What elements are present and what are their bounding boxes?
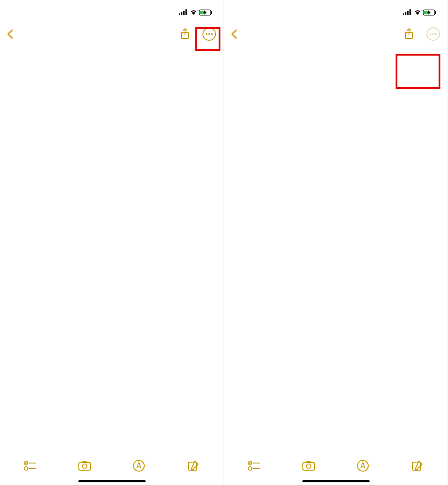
svg-point-29 [435,33,437,35]
svg-rect-19 [403,13,404,15]
svg-rect-2 [183,11,185,15]
screenshot-right [224,0,448,485]
battery-icon [423,9,437,16]
status-icons [179,9,213,16]
share-button[interactable] [401,26,417,42]
back-button[interactable] [230,29,401,39]
checklist-icon [24,460,36,471]
status-bar [224,3,448,22]
checklist-button[interactable] [245,457,263,475]
compose-button[interactable] [185,457,202,475]
signal-icon [179,9,188,16]
nav-bar [0,22,224,46]
share-button[interactable] [177,26,193,42]
svg-rect-1 [181,12,182,15]
compose-icon [412,460,423,472]
wifi-icon [414,9,422,16]
note-content[interactable] [0,46,224,48]
highlight-more-button [195,27,220,51]
svg-point-28 [432,33,434,35]
back-button[interactable] [6,29,177,39]
markup-icon [133,459,145,472]
signal-icon [403,9,412,16]
more-button[interactable] [425,26,441,42]
compose-icon [188,460,199,472]
camera-icon [302,460,315,471]
camera-button[interactable] [300,457,318,475]
home-indicator[interactable] [302,480,370,482]
svg-rect-22 [409,9,411,15]
svg-point-35 [306,464,311,468]
note-content[interactable] [224,46,448,48]
svg-rect-20 [405,12,406,15]
markup-button[interactable] [354,457,372,475]
more-icon [426,27,440,41]
markup-button[interactable] [130,457,148,475]
share-icon [404,28,414,40]
highlight-lock-option [396,54,440,89]
chevron-left-icon [6,29,13,39]
camera-button[interactable] [76,457,94,475]
markup-icon [357,459,369,472]
svg-point-27 [430,33,431,35]
share-icon [180,28,190,40]
svg-rect-0 [179,13,180,15]
screenshot-left [0,0,224,485]
camera-icon [78,460,91,471]
wifi-icon [190,9,198,16]
svg-point-13 [24,467,28,470]
svg-rect-25 [435,11,436,14]
battery-icon [199,9,213,16]
home-indicator[interactable] [78,480,146,482]
svg-point-32 [248,467,252,470]
svg-rect-3 [185,9,187,15]
status-bar [0,3,224,22]
checklist-button[interactable] [21,457,39,475]
status-icons [403,9,437,16]
checklist-icon [248,460,260,471]
svg-rect-6 [211,11,212,14]
chevron-left-icon [230,29,237,39]
nav-bar [224,22,448,46]
svg-point-16 [82,464,87,468]
compose-button[interactable] [409,457,426,475]
svg-rect-21 [407,11,409,15]
